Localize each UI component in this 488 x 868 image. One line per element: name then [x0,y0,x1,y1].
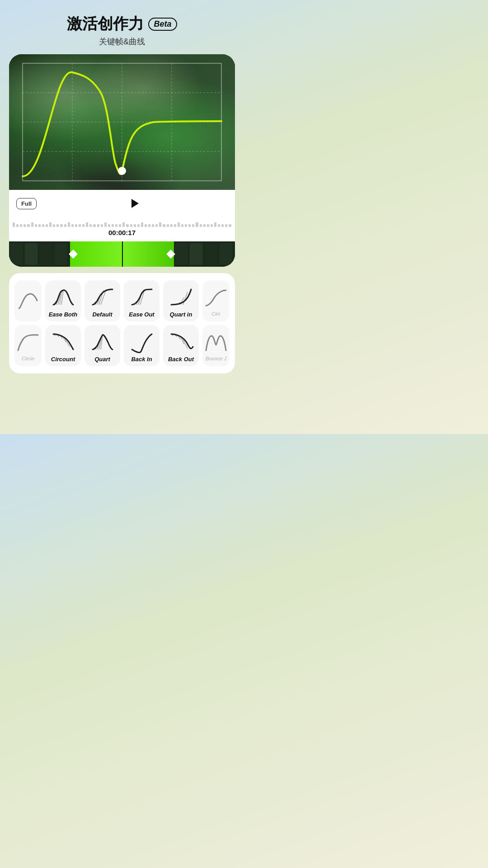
svg-rect-12 [54,243,67,265]
ruler-tick [214,222,216,227]
video-area [9,54,235,190]
film-segment-right [174,241,235,267]
beta-badge: Beta [148,18,177,31]
back-in-icon [128,330,155,353]
ruler-tick [185,224,187,227]
default-icon [89,285,116,308]
ruler-tick [115,224,117,227]
playhead [122,241,123,267]
ruler-tick [64,224,66,227]
ruler-tick [16,224,19,227]
header-title-row: 激活创作力 Beta [67,14,177,34]
video-card: Full 00:00:17 [9,54,235,267]
ruler-tick [31,222,33,227]
ruler-tick [126,224,128,227]
option-card-default[interactable]: Default [84,280,120,321]
svg-rect-11 [40,243,53,265]
ruler-tick [196,222,198,227]
quart-label: Quart [94,356,110,363]
option-card-ease-out[interactable]: Ease Out [124,280,160,321]
side-curve-icon-right-1 [202,286,230,309]
ruler-tick [93,224,95,227]
ease-both-icon [50,285,77,308]
time-indicator: 00:00:17 [9,228,235,239]
ruler-tick [221,224,224,227]
ruler-tick [56,224,59,227]
bounce-j-label: Bounce J [206,356,226,361]
ruler-tick [225,224,227,227]
play-icon [131,199,139,208]
back-in-label: Back In [131,356,152,363]
ruler-tick [60,224,62,227]
ruler-tick [181,224,183,227]
ruler-tick [35,224,37,227]
option-side-left-2: Circin [14,325,42,366]
ruler-tick [155,224,158,227]
quart-in-icon [168,285,195,308]
circount-label: Circount [51,356,75,363]
ruler-tick [152,224,154,227]
ruler-tick [104,222,107,227]
ruler-tick [101,224,103,227]
subtitle: 关键帧&曲线 [67,36,177,47]
ruler-tick [200,224,202,227]
option-card-back-in[interactable]: Back In [124,325,160,366]
option-card-ease-both[interactable]: Ease Both [45,280,81,321]
ruler-tick [13,222,15,227]
side-curve-icon-right-2 [202,330,230,354]
ruler-tick [137,224,140,227]
default-label: Default [92,311,112,318]
option-card-quart[interactable]: Quart [84,325,120,366]
ruler-tick [97,224,99,227]
option-side-right-1: Circ [202,280,230,321]
back-out-label: Back Out [168,356,194,363]
options-row-1: Ease Both Default Ea [14,280,230,321]
ruler-tick [23,224,26,227]
ruler-tick [119,224,121,227]
options-panel: Ease Both Default Ea [9,273,235,373]
svg-rect-15 [190,243,203,265]
ruler-tick [229,224,231,227]
ease-out-icon [128,285,155,308]
ruler-tick [203,224,206,227]
svg-rect-9 [10,243,23,265]
ease-both-label: Ease Both [49,311,78,318]
option-card-back-out[interactable]: Back Out [163,325,199,366]
svg-rect-16 [205,243,218,265]
side-curve-icon-left-2 [14,330,42,354]
option-card-quart-in[interactable]: Quart in [163,280,199,321]
ruler-tick [42,224,44,227]
header: 激活创作力 Beta 关键帧&曲线 [67,14,177,47]
ruler-tick [49,222,52,227]
ruler-tick [167,224,169,227]
curve-overlay [9,54,235,190]
svg-rect-14 [175,243,188,265]
ruler [9,217,235,228]
svg-line-33 [172,304,173,305]
option-card-circount[interactable]: Circount [45,325,81,366]
main-title: 激活创作力 [67,14,144,34]
ruler-tick [108,224,110,227]
ruler-tick [53,224,55,227]
ruler-tick [211,224,213,227]
ruler-tick [122,222,125,227]
ruler-tick [68,222,70,227]
side-curve-icon-1 [14,289,42,313]
ruler-tick [46,224,48,227]
filmstrip [9,241,235,267]
controls-bar: Full [9,190,235,217]
ruler-tick [89,224,92,227]
quart-icon [89,330,116,353]
back-out-icon [168,330,195,353]
options-row-2: Circin Circount Quar [14,325,230,366]
ruler-tick [130,224,132,227]
ruler-tick [141,222,143,227]
ruler-tick [170,224,173,227]
play-button[interactable] [127,195,143,212]
full-button[interactable]: Full [16,198,37,209]
ruler-tick [218,224,220,227]
ruler-tick [207,224,209,227]
ruler-tick [20,224,22,227]
ruler-tick [38,224,41,227]
ease-out-label: Ease Out [129,311,154,318]
